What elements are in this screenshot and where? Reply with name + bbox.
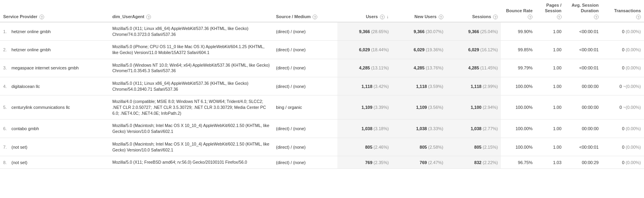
header-users[interactable]: Users ? ↓: [337, 0, 392, 22]
sessions-value: 1,118: [471, 84, 482, 89]
cell-user-agent: Mozilla/5.0 (X11; FreeBSD amd64; rv:56.0…: [109, 156, 273, 169]
cell-sessions: 1,038 (2.77%): [447, 120, 501, 138]
new-users-pct: (3.33%): [428, 126, 443, 131]
row-number: 2.: [3, 47, 10, 52]
cell-sessions: 9,366 (25.04%): [447, 22, 501, 41]
table-row: 1. hetzner online gmbhMozilla/5.0 (X11; …: [0, 22, 644, 41]
new-users-help-icon[interactable]: ?: [439, 15, 443, 19]
users-pct: (13.11%): [371, 65, 389, 70]
row-number: 7.: [3, 145, 10, 149]
cell-service-provider: 2. hetzner online gmbh: [0, 41, 109, 59]
transactions-pct: (0.00%): [625, 145, 641, 149]
cell-avg-session: <00:00:01: [565, 41, 602, 59]
service-provider-value: hetzner online gmbh: [11, 29, 51, 34]
cell-service-provider: 7. (not set): [0, 138, 109, 156]
cell-new-users: 1,038 (3.33%): [392, 120, 446, 138]
avg-session-help-icon[interactable]: ?: [594, 15, 599, 19]
cell-avg-session: <00:00:01: [565, 59, 602, 77]
sessions-pct: (2.99%): [483, 84, 498, 89]
users-pct: (28.65%): [371, 29, 389, 34]
cell-service-provider: 5. centurylink communications llc: [0, 95, 109, 120]
users-pct: (3.42%): [374, 84, 389, 89]
cell-sessions: 1,118 (2.99%): [447, 77, 501, 95]
users-value: 769: [365, 160, 372, 165]
cell-bounce-rate: 96.75%: [501, 156, 536, 169]
table-row: 7. (not set)Mozilla/5.0 (Macintosh; Inte…: [0, 138, 644, 156]
cell-bounce-rate: 100.00%: [501, 95, 536, 120]
transactions-help-icon[interactable]: ?: [636, 15, 641, 19]
transactions-pct: ~(0.00%): [623, 84, 641, 89]
sessions-pct: (2.15%): [483, 145, 498, 149]
users-value: 9,366: [359, 29, 370, 34]
cell-bounce-rate: 99.85%: [501, 41, 536, 59]
cell-pages-session: 1.00: [536, 22, 564, 41]
new-users-value: 9,366: [414, 29, 425, 34]
cell-transactions: 0 (0.00%): [602, 138, 644, 156]
cell-service-provider: 4. digitalocean llc: [0, 77, 109, 95]
cell-users: 805 (2.46%): [337, 138, 392, 156]
cell-users: 1,038 (3.18%): [337, 120, 392, 138]
users-pct: (2.35%): [374, 160, 389, 165]
cell-user-agent: Mozilla/5.0 (Windows NT 10.0; Win64; x64…: [109, 59, 273, 77]
cell-user-agent: Mozilla/5.0 (X11; Linux x86_64) AppleWeb…: [109, 22, 273, 41]
cell-users: 4,285 (13.11%): [337, 59, 392, 77]
users-value: 4,285: [359, 65, 370, 70]
cell-source-medium: (direct) / (none): [273, 41, 337, 59]
cell-new-users: 769 (2.47%): [392, 156, 446, 169]
header-avg-session: Avg. Session Duration ?: [565, 0, 602, 22]
cell-sessions: 805 (2.15%): [447, 138, 501, 156]
row-number: 4.: [3, 84, 10, 89]
users-pct: (18.44%): [371, 47, 389, 52]
cell-bounce-rate: 99.79%: [501, 59, 536, 77]
users-value: 805: [365, 145, 372, 149]
new-users-value: 1,038: [416, 126, 427, 131]
transactions-value: 0: [620, 105, 622, 110]
pages-session-help-icon[interactable]: ?: [557, 15, 562, 19]
header-transactions: Transactions ?: [602, 0, 644, 22]
cell-user-agent: Mozilla/5.0 (Macintosh; Intel Mac OS X 1…: [109, 120, 273, 138]
cell-users: 9,366 (28.65%): [337, 22, 392, 41]
users-pct: (3.39%): [374, 105, 389, 110]
cell-sessions: 1,100 (2.94%): [447, 95, 501, 120]
service-provider-value: digitalocean llc: [11, 84, 40, 89]
cell-pages-session: 1.03: [536, 156, 564, 169]
sessions-value: 4,285: [468, 65, 479, 70]
cell-sessions: 832 (2.22%): [447, 156, 501, 169]
new-users-pct: (2.47%): [428, 160, 443, 165]
cell-service-provider: 6. contabo gmbh: [0, 120, 109, 138]
users-help-icon[interactable]: ?: [380, 15, 385, 19]
sessions-value: 805: [474, 145, 481, 149]
cell-bounce-rate: 100.00%: [501, 138, 536, 156]
header-bounce-rate: Bounce Rate ?: [501, 0, 536, 22]
cell-pages-session: 1.00: [536, 120, 564, 138]
users-value: 6,029: [359, 47, 370, 52]
sessions-help-icon[interactable]: ?: [493, 15, 498, 19]
bounce-rate-help-icon[interactable]: ?: [528, 15, 532, 19]
new-users-value: 1,109: [416, 105, 427, 110]
cell-pages-session: 1.00: [536, 95, 564, 120]
cell-new-users: 6,029 (19.36%): [392, 41, 446, 59]
cell-user-agent: Mozilla/5.0 (Macintosh; Intel Mac OS X 1…: [109, 138, 273, 156]
transactions-pct: (0.00%): [625, 29, 641, 34]
cell-new-users: 1,109 (3.56%): [392, 95, 446, 120]
transactions-value: 0: [622, 29, 624, 34]
cell-transactions: 0 (0.00%): [602, 120, 644, 138]
new-users-pct: (30.07%): [426, 29, 443, 34]
cell-transactions: 0 (0.00%): [602, 59, 644, 77]
service-provider-help-icon[interactable]: ?: [39, 15, 44, 19]
cell-users: 1,118 (3.42%): [337, 77, 392, 95]
source-medium-help-icon[interactable]: ?: [313, 15, 317, 19]
dim-user-agent-help-icon[interactable]: ?: [146, 15, 151, 19]
header-new-users: New Users ?: [392, 0, 446, 22]
sessions-pct: (2.77%): [483, 126, 498, 131]
cell-new-users: 805 (2.58%): [392, 138, 446, 156]
cell-source-medium: (direct) / (none): [273, 120, 337, 138]
sessions-pct: (16.12%): [480, 47, 498, 52]
transactions-value: 0: [622, 126, 624, 131]
header-dim-user-agent: dim_UserAgent ?: [109, 0, 273, 22]
transactions-pct: (0.00%): [625, 47, 641, 52]
sessions-pct: (25.04%): [480, 29, 498, 34]
new-users-value: 1,118: [416, 84, 427, 89]
cell-avg-session: <00:00:01: [565, 22, 602, 41]
transactions-pct: (0.00%): [625, 126, 641, 131]
